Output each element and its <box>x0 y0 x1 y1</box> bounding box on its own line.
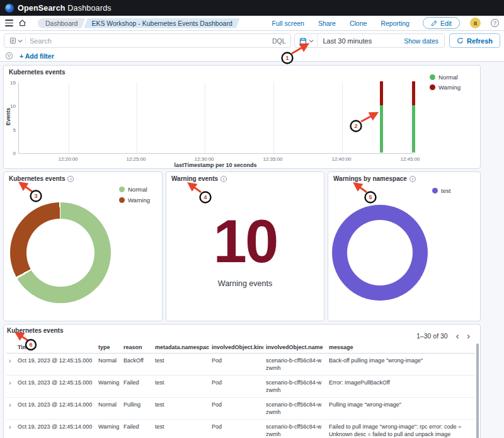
cell-name: scenario-b-cff56c84-wzwmh <box>263 420 326 438</box>
reporting-link[interactable]: Reporting <box>381 20 410 27</box>
saved-query-menu-button[interactable] <box>9 37 26 44</box>
x-tick: 12:25:00 <box>126 156 146 162</box>
previous-page-icon[interactable]: ‹ <box>456 333 459 339</box>
info-icon[interactable]: i <box>410 176 416 182</box>
global-header: OpenSearch Dashboards <box>0 0 504 16</box>
filter-bar: + Add filter <box>0 50 504 62</box>
cell-time: Oct 19, 2023 @ 12:45:15.000 <box>15 376 96 398</box>
breadcrumb-dashboard[interactable]: Dashboard <box>38 18 85 28</box>
vertical-scrollbar[interactable] <box>476 343 479 438</box>
avatar[interactable]: a <box>470 18 481 28</box>
gridline <box>205 83 205 153</box>
events-donut[interactable] <box>10 202 111 303</box>
expand-row-icon[interactable]: › <box>6 376 15 398</box>
column-header-namespace[interactable]: metadata.namespace <box>152 342 209 354</box>
add-filter-button[interactable]: + Add filter <box>20 52 54 60</box>
column-header-reason[interactable]: reason <box>121 342 152 354</box>
edit-button-label: Edit <box>440 20 452 27</box>
bar-warning-segment[interactable] <box>412 81 415 105</box>
cell-reason: Pulling <box>121 398 152 420</box>
legend-item-warning[interactable]: Warning <box>430 84 461 91</box>
dql-button[interactable]: DQL <box>268 37 286 45</box>
breadcrumb-current-dashboard: EKS Workshop - Kubernetes Events Dashboa… <box>84 18 239 28</box>
cell-message: Error: ImagePullBackOff <box>326 376 475 398</box>
home-icon[interactable] <box>18 19 26 27</box>
quick-select-button[interactable] <box>295 34 318 47</box>
show-dates-link[interactable]: Show dates <box>404 37 444 45</box>
plot-area <box>18 83 413 154</box>
time-range-value[interactable]: Last 30 minutes <box>318 37 404 45</box>
expand-all-header <box>6 342 15 354</box>
bar-normal-segment[interactable] <box>380 105 383 153</box>
cell-message: Failed to pull image "wrong-image": rpc … <box>326 420 475 438</box>
column-header-name[interactable]: involvedObject.name <box>263 342 326 354</box>
cell-kind: Pod <box>209 354 263 376</box>
expand-row-icon[interactable]: › <box>6 354 15 376</box>
panel-title[interactable]: Warning eventsi <box>171 175 227 182</box>
bar-normal-segment[interactable] <box>412 105 415 153</box>
table-row: › Oct 19, 2023 @ 12:45:14.000 Normal Pul… <box>6 398 475 420</box>
panel-title-label: Kubernetes events <box>7 327 63 334</box>
stacked-bar-1[interactable] <box>380 81 383 153</box>
share-link[interactable]: Share <box>318 20 336 27</box>
info-icon[interactable]: i <box>220 176 227 182</box>
menu-icon[interactable] <box>5 20 13 26</box>
full-screen-link[interactable]: Full screen <box>272 20 304 27</box>
legend-item-normal[interactable]: Normal <box>430 74 461 81</box>
y-tick: 5 <box>4 127 16 133</box>
x-tick: 12:20:00 <box>58 156 77 162</box>
cell-namespace: test <box>152 398 209 420</box>
expand-row-icon[interactable]: › <box>6 398 15 420</box>
expand-row-icon[interactable]: › <box>6 420 15 438</box>
legend-item-test[interactable]: test <box>432 187 450 194</box>
brand-title: OpenSearch Dashboards <box>18 4 112 13</box>
next-page-icon[interactable]: › <box>467 333 470 339</box>
refresh-icon <box>457 37 464 44</box>
x-axis-label: lastTimestamp per 10 seconds <box>121 162 310 168</box>
column-header-type[interactable]: type <box>96 342 121 354</box>
cell-namespace: test <box>152 376 209 398</box>
gridline <box>273 83 274 153</box>
y-tick: 0 <box>4 151 16 156</box>
panel-title[interactable]: Kubernetes eventsi <box>9 175 74 182</box>
donut-hole <box>347 220 413 285</box>
panel-title-label: Warning events <box>171 175 218 182</box>
metric-label: Warning events <box>166 279 324 288</box>
panel-title[interactable]: Kubernetes events <box>7 327 63 334</box>
legend-dot-test <box>432 188 438 193</box>
table-row: › Oct 19, 2023 @ 12:45:14.000 Warning Fa… <box>6 420 475 438</box>
panel-title[interactable]: Warnings by namespacei <box>333 175 416 182</box>
opensearch-logo-icon[interactable] <box>5 4 14 13</box>
column-header-time[interactable]: Time↓ <box>15 342 96 354</box>
donut-hole <box>26 219 94 287</box>
refresh-button[interactable]: Refresh <box>449 33 500 48</box>
gridline <box>69 83 69 153</box>
help-icon[interactable]: ? <box>491 19 499 27</box>
column-header-message[interactable]: message <box>326 342 475 354</box>
edit-button[interactable]: Edit <box>423 17 460 29</box>
chevron-down-icon <box>309 38 314 42</box>
column-header-kind[interactable]: involvedObject.kind <box>209 342 263 354</box>
pagination-label: 1–30 of 30 <box>416 332 448 340</box>
filter-options-icon[interactable] <box>5 52 13 60</box>
namespace-donut[interactable] <box>332 205 428 301</box>
clone-link[interactable]: Clone <box>350 20 367 27</box>
panel-kubernetes-events-donut: Kubernetes eventsi Normal Warning <box>3 171 163 321</box>
cell-time: Oct 19, 2023 @ 12:45:14.000 <box>15 420 96 438</box>
bar-warning-segment[interactable] <box>380 81 383 105</box>
legend-item-warning[interactable]: Warning <box>119 197 150 204</box>
search-input[interactable]: Search DQL <box>4 33 291 48</box>
info-icon[interactable]: i <box>67 176 74 182</box>
cell-type: Warning <box>96 376 121 398</box>
legend-item-normal[interactable]: Normal <box>119 186 150 193</box>
gridline <box>411 83 411 153</box>
gridline <box>342 83 343 153</box>
cell-name: scenario-b-cff56c84-wzwmh <box>263 398 326 420</box>
navbar: Dashboard EKS Workshop - Kubernetes Even… <box>0 16 504 31</box>
legend-dot-normal <box>430 74 435 80</box>
calendar-icon <box>299 37 307 45</box>
panel-title[interactable]: Kubernetes events <box>9 69 65 76</box>
stacked-bar-2[interactable] <box>412 81 415 153</box>
cell-reason: Failed <box>121 376 152 398</box>
brand-opensearch: OpenSearch <box>18 4 66 13</box>
